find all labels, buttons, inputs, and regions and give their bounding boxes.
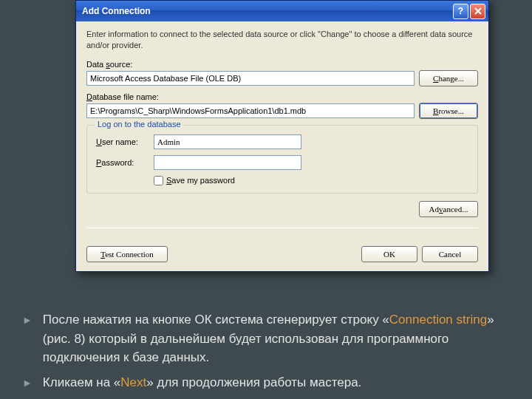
bullet2-highlight: Next	[120, 375, 146, 389]
password-input[interactable]	[154, 155, 301, 170]
bullet-1: ► После нажатия на кнопке ОК система сге…	[22, 310, 525, 367]
change-button[interactable]: Change...	[419, 70, 478, 86]
bullet1-highlight: Connection string	[389, 313, 487, 327]
browse-button[interactable]: Browse...	[419, 103, 478, 119]
bullet2-post: » для продолжения работы мастера.	[146, 375, 361, 389]
dialog-title: Add Connection	[82, 6, 151, 16]
username-label: User name:	[96, 137, 148, 146]
bullet2-pre: Кликаем на «	[43, 375, 120, 389]
db-file-input[interactable]	[86, 103, 415, 118]
advanced-button[interactable]: Advanced...	[419, 201, 478, 217]
save-password-checkbox[interactable]	[154, 176, 163, 185]
save-password-label: Save my password	[166, 176, 235, 185]
data-source-label: Data source:	[86, 60, 478, 69]
bullet-icon: ►	[22, 373, 33, 392]
bullet-2: ► Кликаем на «Next» для продолжения рабо…	[22, 373, 525, 392]
add-connection-dialog: Add Connection ? Enter information to co…	[75, 0, 489, 272]
ok-button[interactable]: OK	[361, 246, 417, 262]
db-file-label: Database file name:	[86, 92, 478, 101]
instruction-text: Enter information to connect to the sele…	[86, 29, 478, 51]
close-button[interactable]	[470, 4, 485, 19]
titlebar[interactable]: Add Connection ?	[76, 1, 488, 21]
help-button[interactable]: ?	[453, 4, 468, 19]
password-label: Password:	[96, 158, 148, 167]
separator	[86, 228, 478, 228]
bullet-icon: ►	[22, 310, 33, 367]
test-connection-button[interactable]: Test Connection	[86, 246, 168, 262]
username-input[interactable]	[154, 134, 301, 149]
dialog-body: Enter information to connect to the sele…	[76, 21, 488, 271]
logon-groupbox: Log on to the database User name: Passwo…	[86, 125, 478, 194]
slide-text: ► После нажатия на кнопке ОК система сге…	[22, 310, 525, 398]
groupbox-title: Log on to the database	[95, 120, 184, 129]
data-source-input	[86, 71, 415, 86]
cancel-button[interactable]: Cancel	[422, 246, 478, 262]
close-icon	[474, 7, 482, 15]
bullet1-pre: После нажатия на кнопке ОК система сгене…	[43, 313, 389, 327]
